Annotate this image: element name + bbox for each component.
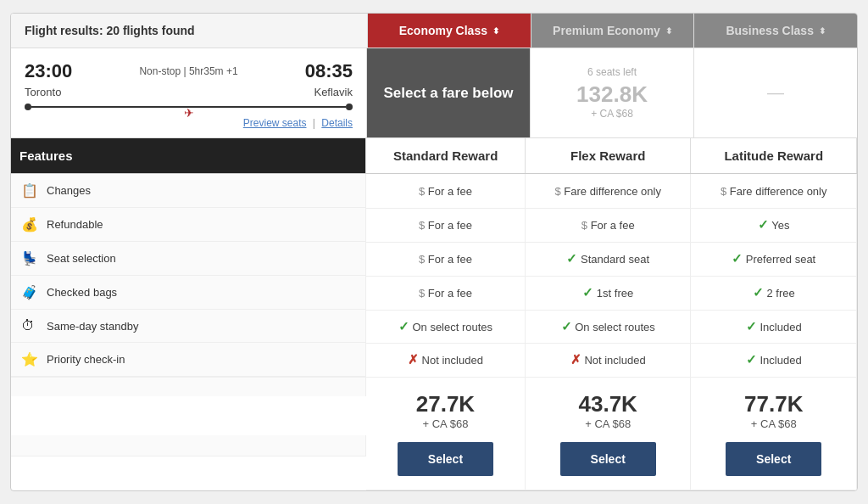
feature-icon-val: ✓ — [566, 251, 577, 266]
flight-results-label: Flight results: — [25, 24, 103, 37]
premium-seats-left: 6 seats left — [587, 66, 637, 78]
preview-seats-link[interactable]: Preview seats — [243, 117, 307, 129]
col-header-features: Features — [11, 138, 366, 174]
feature-text-val: For a fee — [428, 219, 472, 232]
select-fare-cell: Select a fare below — [367, 48, 531, 137]
premium-cell: 6 seats left 132.8K + CA $68 — [531, 48, 694, 137]
feature-row: 📋Changes$ For a fee$ Fare difference onl… — [11, 174, 857, 209]
premium-arrow-icon: ⬍ — [665, 26, 672, 36]
tab-business[interactable]: Business Class ⬍ — [693, 14, 857, 48]
feature-text-val: Included — [760, 321, 801, 333]
latitude-price-cell: 77.7K + CA $68 — [691, 377, 857, 435]
link-separator: | — [313, 117, 315, 129]
feature-latitude-cell: ✓ 2 free — [691, 276, 857, 310]
flex-price-main: 43.7K — [534, 391, 682, 417]
standard-price-sub: + CA $68 — [375, 417, 516, 430]
feature-flex-cell: ✓ 1st free — [525, 276, 691, 310]
feature-icon-val: ✓ — [746, 352, 757, 367]
tab-premium[interactable]: Premium Economy ⬍ — [531, 14, 694, 48]
feature-name: Priority check-in — [47, 353, 125, 366]
feature-text-val: 2 free — [766, 287, 794, 300]
feature-label-cell: 💰Refundable — [11, 208, 366, 242]
select-standard-button[interactable]: Select — [398, 442, 493, 476]
feature-text-val: Standard seat — [581, 253, 649, 266]
destination-city: Keflavik — [314, 86, 353, 98]
line-body: ✈ — [31, 106, 346, 108]
feature-row: ⏱Same-day standby✓ On select routes✓ On … — [11, 310, 857, 343]
price-row-empty — [11, 377, 366, 396]
feature-icon-val: ✗ — [570, 352, 581, 367]
feature-text-val: Included — [760, 354, 801, 367]
feature-icon-val: ✓ — [758, 217, 769, 232]
feature-name: Checked bags — [47, 286, 117, 299]
flight-route: Toronto Keflavik — [25, 86, 353, 98]
feature-text-val: For a fee — [428, 185, 472, 198]
feature-standard-cell: $ For a fee — [366, 174, 526, 209]
details-link[interactable]: Details — [321, 117, 353, 129]
feature-icon-val: $ — [419, 185, 425, 198]
feature-text-val: Preferred seat — [746, 253, 815, 266]
flight-line: ✈ — [25, 104, 353, 110]
feature-icon-val: $ — [419, 219, 425, 232]
feature-text-val: Not included — [422, 354, 483, 367]
select-flex-button[interactable]: Select — [560, 442, 656, 476]
business-cell: — — [694, 48, 857, 137]
feature-text-val: 1st free — [597, 287, 633, 300]
flex-select-cell: Select — [525, 435, 691, 490]
feature-icon-val: ✓ — [746, 319, 757, 333]
feature-icon-val: ✓ — [561, 319, 572, 333]
premium-price: 132.8K — [576, 81, 648, 108]
feature-icon: 💺 — [21, 250, 38, 266]
feature-icon: ⭐ — [21, 351, 38, 367]
feature-text-val: Yes — [771, 219, 789, 232]
feature-icon-val: $ — [721, 185, 726, 198]
feature-latitude-cell: ✓ Included — [691, 310, 857, 343]
tab-premium-label: Premium Economy — [553, 24, 660, 37]
feature-label-cell: 🧳Checked bags — [11, 276, 366, 310]
feature-standard-cell: $ For a fee — [366, 276, 526, 310]
features-header-row: Features Standard Reward Flex Reward Lat… — [11, 138, 857, 174]
feature-row: 💺Seat selection$ For a fee✓ Standard sea… — [11, 242, 857, 276]
flight-details: 23:00 Non-stop | 5hr35m +1 08:35 Toronto… — [11, 48, 367, 137]
feature-standard-cell: ✗ Not included — [366, 343, 526, 377]
feature-icon-val: $ — [419, 253, 425, 266]
feature-text-val: On select routes — [412, 321, 492, 333]
feature-standard-cell: $ For a fee — [366, 208, 526, 242]
feature-icon: ⏱ — [21, 318, 38, 333]
feature-flex-cell: ✗ Not included — [525, 343, 691, 377]
feature-latitude-cell: ✓ Yes — [691, 208, 857, 242]
tab-economy[interactable]: Economy Class ⬍ — [367, 14, 531, 48]
feature-label-cell: 📋Changes — [11, 174, 366, 208]
standard-select-cell: Select — [366, 435, 526, 490]
latitude-select-cell: Select — [691, 435, 857, 490]
feature-standard-cell: ✓ On select routes — [366, 310, 526, 343]
feature-flex-cell: $ Fare difference only — [525, 174, 691, 209]
feature-latitude-cell: $ Fare difference only — [691, 174, 857, 209]
feature-name: Seat selection — [47, 252, 116, 265]
flex-price-sub: + CA $68 — [534, 417, 682, 430]
flight-times: 23:00 Non-stop | 5hr35m +1 08:35 — [25, 60, 353, 82]
flights-found: 20 flights found — [106, 24, 194, 37]
feature-icon-val: $ — [581, 219, 587, 232]
feature-icon-val: ✗ — [408, 352, 419, 367]
feature-icon-val: ✓ — [398, 319, 409, 333]
feature-name: Changes — [47, 184, 91, 197]
feature-icon-val: ✓ — [753, 285, 764, 300]
col-header-latitude: Latitude Reward — [691, 138, 857, 174]
feature-label-cell: ⏱Same-day standby — [11, 310, 366, 343]
arrive-time: 08:35 — [305, 60, 353, 82]
feature-icon-val: ✓ — [732, 251, 743, 266]
tab-economy-label: Economy Class — [399, 24, 487, 37]
flight-nonstop: Non-stop | 5hr35m +1 — [139, 65, 237, 77]
feature-latitude-cell: ✓ Included — [691, 343, 857, 377]
feature-text-val: Fare difference only — [730, 185, 827, 198]
feature-name: Refundable — [47, 218, 103, 231]
col-header-flex: Flex Reward — [525, 138, 691, 174]
standard-price-main: 27.7K — [375, 391, 516, 417]
standard-price-cell: 27.7K + CA $68 — [366, 377, 526, 435]
depart-time: 23:00 — [25, 60, 72, 82]
flight-results: Flight results: 20 flights found — [11, 14, 367, 48]
select-latitude-button[interactable]: Select — [726, 442, 821, 476]
feature-flex-cell: ✓ On select routes — [525, 310, 691, 343]
feature-row: 💰Refundable$ For a fee$ For a fee✓ Yes — [11, 208, 857, 242]
